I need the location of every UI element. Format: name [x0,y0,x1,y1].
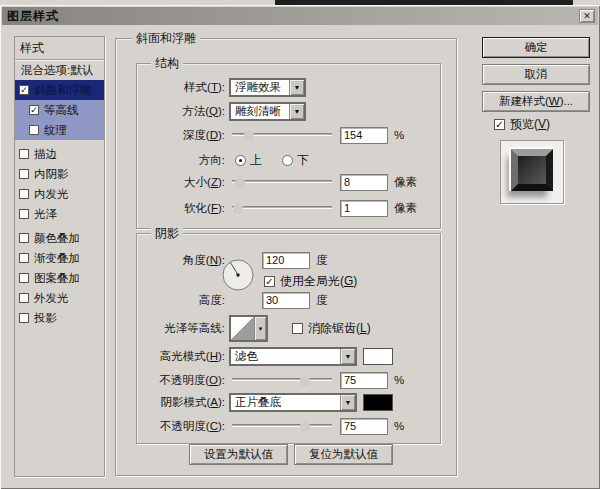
sidebar-item-color-overlay[interactable]: 颜色叠加 [15,228,104,248]
depth-slider[interactable] [232,128,332,142]
slider-thumb[interactable] [300,375,311,386]
style-item-label: 投影 [34,311,57,326]
dialog-titlebar[interactable]: 图层样式 ✕ [2,7,598,25]
size-input[interactable] [340,174,388,191]
sidebar-item-contour[interactable]: ✓ 等高线 [15,100,104,120]
technique-label: 方法(Q): [145,104,225,119]
depth-input[interactable] [340,127,388,144]
style-preview-thumbnail [500,140,564,204]
angle-input[interactable] [262,252,310,269]
shadow-mode-value: 正片叠底 [231,395,340,410]
slider-track[interactable] [232,424,332,427]
altitude-input[interactable] [262,292,310,309]
slider-track[interactable] [232,180,332,183]
shadow-opacity-unit: % [394,420,404,432]
checkbox[interactable] [19,169,29,179]
sidebar-item-satin[interactable]: 光泽 [15,204,104,224]
direction-up-radio[interactable] [235,155,246,166]
shadow-opacity-input[interactable] [340,418,388,435]
checkbox[interactable] [19,209,29,219]
style-item-label: 光泽 [34,207,57,222]
slider-thumb[interactable] [233,203,244,214]
styles-list-panel: 样式 混合选项:默认 ✓ 斜面和浮雕 ✓ 等高线 纹理 描边 [14,36,105,477]
ok-button[interactable]: 确定 [482,37,590,58]
sidebar-item-bevel-emboss[interactable]: ✓ 斜面和浮雕 [15,80,104,100]
shadow-opacity-label: 不透明度(C): [145,419,225,434]
sidebar-item-drop-shadow[interactable]: 投影 [15,308,104,328]
checkbox[interactable] [19,273,29,283]
direction-label: 方向: [145,153,225,168]
new-style-button[interactable]: 新建样式(W)... [482,91,590,112]
sidebar-item-gradient-overlay[interactable]: 渐变叠加 [15,248,104,268]
highlight-opacity-unit: % [394,374,404,386]
direction-down-radio[interactable] [282,155,293,166]
close-icon[interactable]: ✕ [579,9,595,23]
bevel-emboss-panel: 斜面和浮雕 结构 样式(T): 浮雕效果 ▼ 方法(Q): 雕刻清晰 ▼ [115,38,457,476]
style-item-label: 内阴影 [34,167,69,182]
layer-style-dialog: 图层样式 ✕ 样式 混合选项:默认 ✓ 斜面和浮雕 ✓ 等高线 纹理 [0,5,600,489]
highlight-opacity-input[interactable] [340,372,388,389]
style-select[interactable]: 浮雕效果 ▼ [229,78,306,97]
gloss-contour-label: 光泽等高线: [145,321,225,336]
checkbox[interactable] [19,313,29,323]
reset-default-button[interactable]: 复位为默认值 [294,444,393,465]
chevron-down-icon[interactable]: ▼ [289,104,304,119]
style-item-label: 内发光 [34,187,69,202]
style-item-label: 等高线 [44,103,79,118]
chevron-down-icon[interactable]: ▼ [340,349,355,364]
checkbox[interactable]: ✓ [29,105,39,115]
checkbox[interactable] [29,125,39,135]
technique-select-value: 雕刻清晰 [231,104,289,119]
slider-track[interactable] [232,206,332,209]
size-slider[interactable] [232,175,332,189]
sidebar-item-blending-options[interactable]: 混合选项:默认 [15,60,104,80]
checkbox[interactable] [19,253,29,263]
highlight-color-swatch[interactable] [363,348,393,365]
slider-thumb[interactable] [235,177,246,188]
depth-unit: % [394,129,404,141]
checkbox[interactable] [19,233,29,243]
slider-track[interactable] [232,378,332,381]
style-select-value: 浮雕效果 [231,80,289,95]
style-item-label: 描边 [34,147,57,162]
altitude-label: 高度: [145,293,225,308]
soften-slider[interactable] [232,201,332,215]
angle-label: 角度(N): [145,253,225,268]
slider-thumb[interactable] [244,130,255,141]
dialog-title: 图层样式 [2,8,59,25]
cancel-button[interactable]: 取消 [482,64,590,85]
style-item-label: 混合选项:默认 [21,63,93,78]
shadow-mode-select[interactable]: 正片叠底 ▼ [229,393,357,412]
highlight-mode-select[interactable]: 滤色 ▼ [229,347,357,366]
make-default-button[interactable]: 设置为默认值 [189,444,288,465]
checkbox[interactable] [19,189,29,199]
preview-checkbox[interactable]: ✓ [494,119,505,130]
sidebar-item-outer-glow[interactable]: 外发光 [15,288,104,308]
checkbox[interactable]: ✓ [19,85,29,95]
technique-select[interactable]: 雕刻清晰 ▼ [229,102,306,121]
slider-thumb[interactable] [300,421,311,432]
checkbox[interactable] [19,149,29,159]
gloss-contour-picker[interactable]: ▼ [229,315,268,342]
chevron-down-icon[interactable]: ▼ [289,80,304,95]
shadow-color-swatch[interactable] [363,394,393,411]
antialias-checkbox[interactable] [292,323,303,334]
sidebar-item-pattern-overlay[interactable]: 图案叠加 [15,268,104,288]
soften-input[interactable] [340,200,388,217]
shadow-opacity-slider[interactable] [232,419,332,433]
sidebar-item-texture[interactable]: 纹理 [15,120,104,140]
highlight-opacity-slider[interactable] [232,373,332,387]
sidebar-item-inner-shadow[interactable]: 内阴影 [15,164,104,184]
contour-thumbnail [231,317,254,340]
preview-toggle[interactable]: ✓ 预览(V) [494,116,550,133]
chevron-down-icon[interactable]: ▼ [254,317,266,340]
checkbox[interactable] [19,293,29,303]
chevron-down-icon[interactable]: ▼ [340,395,355,410]
global-light-checkbox[interactable]: ✓ [264,276,275,287]
sidebar-item-stroke[interactable]: 描边 [15,144,104,164]
style-item-label: 颜色叠加 [34,231,80,246]
structure-group: 结构 样式(T): 浮雕效果 ▼ 方法(Q): 雕刻清晰 ▼ [136,63,441,229]
angle-unit: 度 [316,253,328,268]
size-label: 大小(Z): [145,175,225,190]
sidebar-item-inner-glow[interactable]: 内发光 [15,184,104,204]
